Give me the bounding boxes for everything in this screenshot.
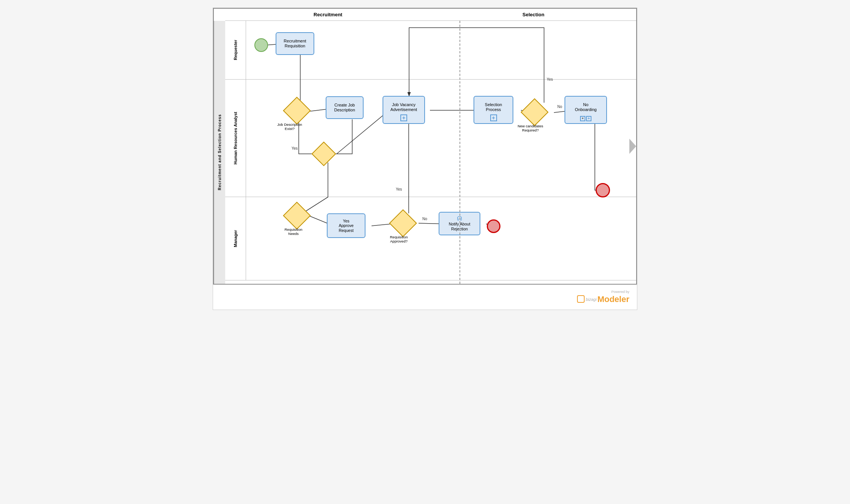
task-approve-request[interactable]: YesApproveRequest [327, 213, 365, 238]
end-event-rejection [487, 219, 500, 233]
gateway-job-desc-exist-label: Job DescriptionExist? [274, 122, 305, 131]
brand-label: bizagi [586, 297, 597, 302]
gateway-req-needs-label: RequisitionNeeds [278, 227, 309, 236]
task-onboarding[interactable]: NoOnboarding ≡ + [565, 96, 607, 124]
start-event-1 [254, 38, 268, 52]
diagram-container: Recruitment and Selection Process Recrui… [213, 8, 637, 285]
powered-by-text: Powered by [611, 290, 629, 294]
pool-label: Recruitment and Selection Process [214, 21, 225, 284]
gateway-req-approved-label: RequisitionApproved? [384, 235, 414, 244]
svg-marker-0 [629, 139, 636, 154]
task-recruitment-requisition[interactable]: RecruitmentRequisition [276, 32, 314, 55]
phase-header-selection: Selection [431, 9, 636, 20]
page-wrapper: Recruitment and Selection Process Recrui… [213, 8, 637, 310]
pool-end-arrow [629, 9, 636, 284]
task-create-job-desc[interactable]: Create JobDescription [326, 96, 364, 119]
task-selection-process[interactable]: SelectionProcess + [474, 96, 513, 124]
footer: Powered by bizagi Modeler [213, 285, 637, 310]
phase-dashed-divider [460, 21, 460, 284]
gateway-new-candidates-label: New candidatesRequired? [515, 124, 546, 133]
swimlane-label-hr: Human Resources Analyst [233, 112, 238, 164]
swimlane-label-requester: Requester [233, 40, 238, 60]
swimlane-manager: Manager [225, 197, 636, 280]
bizagi-icon [577, 295, 585, 303]
modeler-label: Modeler [598, 294, 629, 304]
swimlane-label-manager: Manager [233, 230, 238, 247]
powered-by-section: Powered by bizagi Modeler [577, 290, 629, 304]
task-jva[interactable]: Job VacancyAdvertisement + [383, 96, 425, 124]
end-event-final [596, 183, 610, 197]
phase-header-recruitment: Recruitment [225, 9, 431, 20]
